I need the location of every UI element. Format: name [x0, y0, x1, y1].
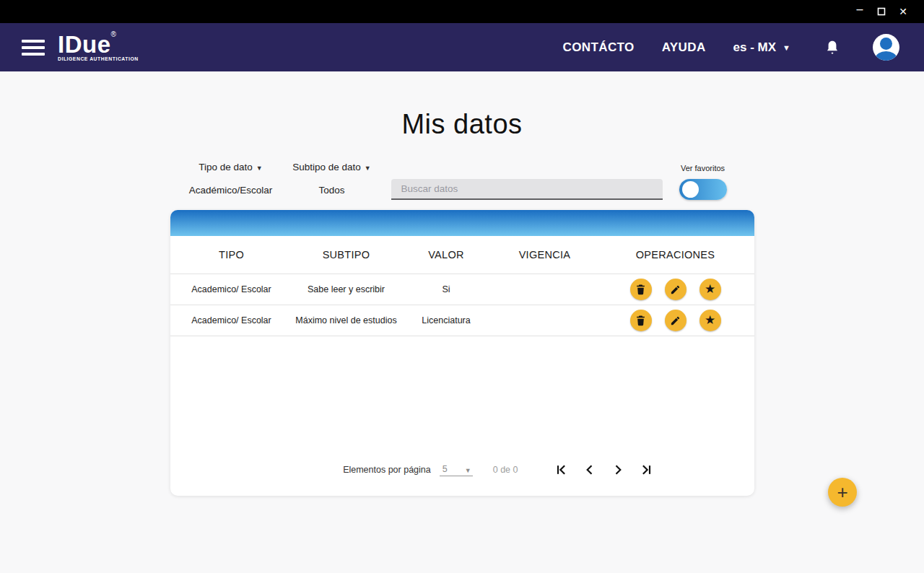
cell-subtipo: Máximo nivel de estudios — [293, 315, 400, 325]
star-icon: ★ — [705, 314, 715, 326]
avatar-head-icon — [880, 38, 892, 50]
first-page-button[interactable] — [553, 461, 570, 478]
last-page-button[interactable] — [637, 461, 655, 478]
notifications-button[interactable] — [825, 40, 840, 56]
delete-button[interactable] — [630, 310, 652, 331]
paginator: Elementos por página 5 ▼ 0 de 0 — [170, 461, 754, 496]
edit-button[interactable] — [665, 310, 687, 331]
table-row: Academico/ Escolar Máximo nivel de estud… — [170, 305, 754, 336]
avatar-body-icon — [876, 51, 897, 61]
window-close-button[interactable]: ✕ — [892, 3, 914, 20]
items-per-page-label: Elementos por página — [343, 465, 431, 475]
trash-icon — [635, 284, 646, 295]
delete-button[interactable] — [630, 279, 652, 300]
chevron-down-icon: ▼ — [465, 467, 471, 474]
first-page-icon — [554, 463, 569, 477]
os-titlebar: – ✕ — [0, 0, 924, 23]
subtipo-de-dato-dropdown[interactable]: Subtipo de dato▼ — [292, 162, 372, 172]
pagination-nav — [553, 461, 655, 478]
cell-valor: Si — [400, 284, 493, 294]
chevron-right-icon — [611, 463, 625, 477]
logo-tagline: DILIGENCE AUTHENTICATION — [58, 57, 139, 62]
chevron-down-icon: ▼ — [783, 43, 790, 52]
cell-tipo: Academico/ Escolar — [170, 284, 293, 294]
table-header-row: TIPO SUBTIPO VALOR VIGENCIA OPERACIONES — [170, 236, 754, 274]
chevron-left-icon — [583, 463, 597, 477]
favorites-toggle[interactable] — [679, 179, 727, 200]
favorites-filter: Ver favoritos — [679, 164, 727, 200]
favorite-button[interactable]: ★ — [699, 279, 721, 300]
previous-page-button[interactable] — [581, 461, 598, 478]
column-header-valor: VALOR — [400, 249, 493, 261]
toggle-knob — [682, 181, 699, 198]
tipo-selected-value: Académico/Escolar — [170, 185, 292, 196]
favorite-button[interactable]: ★ — [699, 310, 721, 331]
cell-valor: Licenciatura — [400, 315, 493, 325]
menu-hamburger-icon[interactable] — [22, 40, 45, 56]
subtipo-selected-value: Todos — [292, 185, 372, 196]
nav-contact-link[interactable]: CONTÁCTO — [562, 40, 634, 55]
column-header-tipo: TIPO — [170, 249, 293, 261]
window-maximize-button[interactable] — [871, 3, 892, 20]
logo-text: IDue — [58, 31, 111, 58]
filter-subtipo: Subtipo de dato▼ Todos — [292, 162, 372, 196]
user-avatar[interactable] — [873, 34, 899, 61]
registered-mark: ® — [111, 30, 116, 38]
chevron-down-icon: ▼ — [365, 165, 371, 172]
cell-subtipo: Sabe leer y escribir — [293, 284, 400, 294]
filters-bar: Tipo de dato▼ Académico/Escolar Subtipo … — [170, 162, 754, 200]
row-operations: ★ — [597, 310, 754, 331]
add-data-fab[interactable]: + — [828, 478, 857, 507]
pencil-icon — [670, 284, 681, 295]
tipo-label: Tipo de dato — [199, 162, 253, 172]
card-gradient-header — [170, 210, 754, 236]
column-header-vigencia: VIGENCIA — [493, 249, 597, 261]
tipo-de-dato-dropdown[interactable]: Tipo de dato▼ — [170, 162, 292, 172]
pencil-icon — [670, 315, 681, 326]
language-value: es - MX — [733, 40, 777, 55]
next-page-button[interactable] — [609, 461, 627, 478]
window-minimize-button[interactable]: – — [849, 3, 871, 20]
search-input[interactable] — [391, 179, 663, 200]
items-per-page-value: 5 — [443, 464, 448, 474]
filter-tipo: Tipo de dato▼ Académico/Escolar — [170, 162, 292, 196]
bell-icon — [825, 40, 840, 56]
edit-button[interactable] — [665, 279, 687, 300]
page-range-label: 0 de 0 — [493, 465, 518, 475]
chevron-down-icon: ▼ — [256, 165, 263, 172]
table-row: Academico/ Escolar Sabe leer y escribir … — [170, 274, 754, 305]
app-logo[interactable]: IDue® DILIGENCE AUTHENTICATION — [58, 32, 139, 62]
search-wrap — [391, 179, 663, 200]
maximize-icon — [877, 7, 886, 16]
column-header-subtipo: SUBTIPO — [293, 249, 400, 261]
data-card: TIPO SUBTIPO VALOR VIGENCIA OPERACIONES … — [170, 210, 754, 496]
language-selector[interactable]: es - MX ▼ — [733, 40, 790, 55]
nav-help-link[interactable]: AYUDA — [662, 40, 706, 55]
subtipo-label: Subtipo de dato — [292, 162, 361, 172]
cell-tipo: Academico/ Escolar — [170, 315, 293, 325]
items-per-page-select[interactable]: 5 ▼ — [440, 464, 473, 476]
trash-icon — [635, 315, 646, 326]
favorites-label: Ver favoritos — [679, 164, 727, 172]
column-header-operaciones: OPERACIONES — [597, 249, 754, 261]
page-title: Mis datos — [0, 109, 924, 140]
header-nav: CONTÁCTO AYUDA es - MX ▼ — [562, 34, 899, 61]
row-operations: ★ — [597, 279, 754, 300]
star-icon: ★ — [705, 283, 715, 295]
app-header: IDue® DILIGENCE AUTHENTICATION CONTÁCTO … — [0, 23, 924, 71]
last-page-icon — [639, 463, 653, 477]
